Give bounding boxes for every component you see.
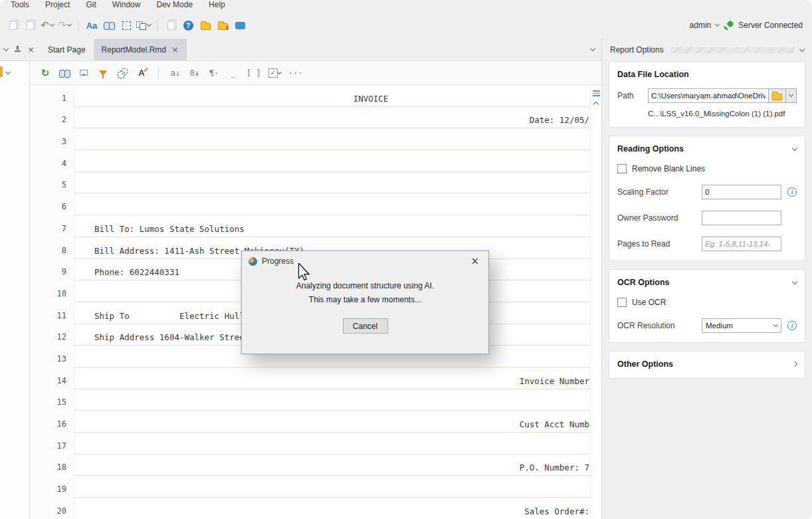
path-dropdown-icon bbox=[789, 92, 793, 97]
path-input[interactable] bbox=[648, 88, 769, 103]
pin-icon[interactable] bbox=[14, 46, 21, 53]
side-panel-dropdown-icon[interactable] bbox=[5, 69, 11, 74]
editor-line[interactable]: Bill To: Lumos State Solutions bbox=[74, 215, 590, 237]
undo-button[interactable]: ↶ bbox=[40, 17, 54, 33]
line-number: 9 bbox=[30, 259, 74, 281]
merge-icon bbox=[136, 21, 146, 30]
brackets-button[interactable]: [ ] bbox=[247, 66, 261, 80]
collapse-ocr-options-icon[interactable] bbox=[792, 278, 797, 284]
merge-dropdown-icon[interactable] bbox=[147, 22, 152, 27]
menu-git[interactable]: Git bbox=[86, 0, 96, 9]
help-button[interactable]: ? bbox=[181, 17, 195, 33]
ocr-resolution-select[interactable]: Medium bbox=[702, 318, 781, 333]
section-title: Reading Options bbox=[617, 144, 684, 154]
dialog-close-icon[interactable]: × bbox=[468, 255, 482, 268]
editor-line[interactable] bbox=[74, 150, 590, 172]
scroll-up-icon[interactable] bbox=[593, 101, 599, 106]
expand-other-options-icon[interactable] bbox=[792, 362, 797, 367]
merge-button[interactable] bbox=[136, 17, 151, 33]
auto-detect-button[interactable] bbox=[116, 66, 128, 80]
dock-dropdown-icon[interactable] bbox=[3, 46, 9, 51]
scaling-factor-input[interactable] bbox=[702, 185, 781, 199]
editor-line[interactable]: Date: 12/05/ bbox=[74, 107, 590, 129]
line-number: 12 bbox=[30, 324, 74, 346]
line-number: 5 bbox=[30, 172, 74, 194]
dialog-titlebar[interactable]: Progress × bbox=[242, 251, 488, 271]
open-folder-button[interactable] bbox=[198, 17, 213, 33]
menu-help[interactable]: Help bbox=[209, 0, 225, 9]
editor-line[interactable] bbox=[74, 476, 590, 498]
path-dropdown-button[interactable] bbox=[785, 88, 797, 103]
editor-line[interactable]: Sales Order#: bbox=[74, 498, 590, 519]
new-region-icon bbox=[122, 21, 131, 30]
redo-dropdown-icon[interactable] bbox=[67, 22, 72, 27]
underscore-icon: _ bbox=[231, 68, 235, 78]
new-region-button[interactable] bbox=[119, 17, 134, 33]
redo-button[interactable]: ↷ bbox=[57, 17, 72, 33]
sort-icon: a↓ bbox=[171, 68, 180, 78]
toolbar-separator bbox=[158, 67, 159, 79]
sort-button[interactable]: a↓ bbox=[169, 66, 181, 80]
editor-line[interactable]: Invoice Number bbox=[74, 367, 590, 389]
menu-dev-mode[interactable]: Dev Mode bbox=[156, 0, 193, 9]
collapsed-panel-tab[interactable] bbox=[0, 66, 3, 77]
menu-window[interactable]: Window bbox=[112, 0, 141, 9]
more-options-button[interactable]: ··· bbox=[288, 66, 303, 80]
browse-folder-button[interactable] bbox=[768, 88, 786, 103]
editor-line[interactable] bbox=[74, 193, 590, 215]
editor-line[interactable] bbox=[74, 433, 590, 455]
editor-line[interactable]: INVOICE bbox=[74, 85, 590, 107]
editor-line[interactable] bbox=[74, 172, 590, 194]
ocr-resolution-info-icon[interactable]: i bbox=[787, 321, 797, 330]
editor-line[interactable] bbox=[74, 128, 590, 150]
close-folder-button[interactable]: × bbox=[215, 17, 230, 33]
line-number: 4 bbox=[30, 150, 74, 172]
other-options-card: Other Options bbox=[609, 351, 805, 379]
dialog-body: Analyzing document structure using AI. T… bbox=[242, 281, 488, 334]
tab-list-dropdown-icon[interactable] bbox=[590, 46, 595, 51]
menu-project[interactable]: Project bbox=[45, 0, 70, 9]
editor-scrollbar[interactable] bbox=[590, 85, 601, 519]
refresh-button[interactable]: ↻ bbox=[39, 66, 51, 80]
tab-close-icon[interactable]: × bbox=[171, 45, 179, 54]
menu-tools[interactable]: Tools bbox=[11, 0, 29, 9]
feedback-icon bbox=[235, 22, 245, 29]
comment-button[interactable] bbox=[78, 66, 90, 80]
checklist-button[interactable]: ✓ bbox=[268, 66, 281, 80]
remove-blank-lines-checkbox[interactable] bbox=[617, 164, 627, 173]
copy-icon[interactable] bbox=[5, 17, 20, 33]
panel-dropdown-icon[interactable] bbox=[799, 46, 805, 51]
user-dropdown-icon[interactable] bbox=[715, 22, 720, 27]
editor-line[interactable] bbox=[74, 389, 590, 411]
tab-reportmodel[interactable]: ReportModel.Rmd × bbox=[94, 39, 187, 60]
feedback-button[interactable] bbox=[233, 17, 247, 33]
tab-start-page[interactable]: Start Page bbox=[40, 39, 94, 60]
pages-to-read-input[interactable] bbox=[702, 237, 781, 251]
underscore-button[interactable]: _ bbox=[227, 66, 239, 80]
splitter-handle-icon[interactable] bbox=[593, 90, 600, 96]
cancel-button[interactable]: Cancel bbox=[343, 318, 388, 334]
scaling-factor-info-icon[interactable]: i bbox=[787, 187, 797, 197]
close-pane-icon[interactable]: × bbox=[27, 45, 35, 54]
editor-line[interactable]: Cust Acct Numb bbox=[74, 411, 590, 433]
editor-line[interactable]: P.O. Number: 7 bbox=[74, 455, 590, 476]
undo-dropdown-icon[interactable] bbox=[50, 22, 54, 27]
filter-button[interactable] bbox=[97, 66, 109, 80]
ocr-resolution-dropdown-icon bbox=[773, 322, 778, 327]
find-in-document-button[interactable] bbox=[58, 66, 70, 80]
checklist-dropdown-icon[interactable] bbox=[277, 69, 282, 74]
collapse-reading-options-icon[interactable] bbox=[792, 145, 797, 150]
user-menu[interactable]: admin bbox=[690, 21, 712, 30]
line-number: 1 bbox=[30, 85, 74, 107]
ocr-options-card: OCR Options Use OCR OCR Resolution Mediu… bbox=[609, 269, 805, 343]
whitespace-button[interactable]: ¶· bbox=[208, 66, 220, 80]
find-button[interactable] bbox=[102, 17, 116, 33]
use-ocr-checkbox[interactable] bbox=[617, 298, 627, 307]
font-button[interactable]: Aa bbox=[84, 17, 99, 33]
paste-icon[interactable] bbox=[23, 17, 37, 33]
numeric-button[interactable]: 0↡ bbox=[189, 66, 201, 80]
close-folder-icon: × bbox=[218, 23, 228, 30]
edit-font-button[interactable]: A bbox=[136, 66, 148, 80]
export-button[interactable] bbox=[163, 17, 178, 33]
owner-password-input[interactable] bbox=[702, 211, 781, 225]
